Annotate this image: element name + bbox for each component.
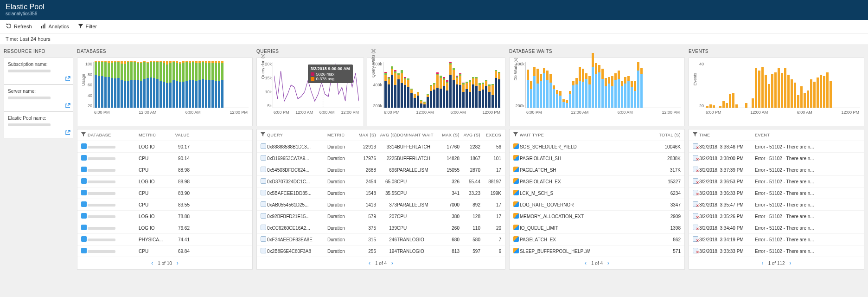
chart-bar[interactable] bbox=[394, 70, 396, 108]
time-range-bar[interactable]: Time: Last 24 hours bbox=[0, 33, 868, 45]
chart-bar[interactable] bbox=[536, 69, 539, 108]
table-row[interactable]: MEMORY_ALLOCATION_EXT 2909 bbox=[510, 211, 684, 222]
chart-bar[interactable] bbox=[575, 78, 578, 108]
table-row[interactable]: CPU 90.14 bbox=[77, 153, 252, 164]
chart-bar[interactable] bbox=[121, 61, 123, 108]
table-row[interactable]: PAGELATCH_EX 862 bbox=[510, 234, 684, 245]
chart-bar[interactable] bbox=[176, 61, 178, 108]
table-row[interactable]: 0x54503DFDC624... Duration 2688 696 PARA… bbox=[257, 164, 505, 176]
chart-bar[interactable] bbox=[114, 61, 116, 108]
chart-bar[interactable] bbox=[709, 104, 712, 108]
chart-bar[interactable] bbox=[774, 72, 777, 108]
chart-bar[interactable] bbox=[781, 73, 783, 108]
chart-bar[interactable] bbox=[218, 61, 220, 108]
chart-bar[interactable] bbox=[543, 68, 545, 108]
chart-bar[interactable] bbox=[719, 106, 721, 108]
filter-icon[interactable] bbox=[693, 132, 699, 138]
chart-bar[interactable] bbox=[160, 61, 162, 108]
table-row[interactable]: 3/2/2018, 3:34:19 PM Error - 51102 - The… bbox=[689, 234, 864, 245]
chart-bar[interactable] bbox=[427, 94, 429, 108]
table-row[interactable]: 3/2/2018, 3:37:39 PM Error - 51102 - The… bbox=[689, 164, 864, 176]
chart-bar[interactable] bbox=[729, 94, 731, 108]
chart-bar[interactable] bbox=[758, 71, 760, 108]
chart-bar[interactable] bbox=[631, 81, 633, 108]
table-row[interactable]: 3/2/2018, 3:35:47 PM Error - 51102 - The… bbox=[689, 199, 864, 211]
chart-bar[interactable] bbox=[397, 73, 400, 108]
chart-bar[interactable] bbox=[462, 83, 465, 108]
chart-bar[interactable] bbox=[566, 100, 568, 108]
chart-bar[interactable] bbox=[572, 81, 574, 108]
chart-bar[interactable] bbox=[826, 72, 829, 108]
filter-icon[interactable] bbox=[81, 132, 88, 138]
prev-page-button[interactable]: ‹ bbox=[761, 260, 763, 266]
chart-bar[interactable] bbox=[98, 61, 100, 108]
chart-bar[interactable] bbox=[621, 81, 623, 108]
chart-bar[interactable] bbox=[423, 102, 426, 108]
chart-bar[interactable] bbox=[192, 61, 194, 108]
table-row[interactable]: 0xB169953CA7A9... Duration 17976 2225 BU… bbox=[257, 153, 505, 164]
chart-bar[interactable] bbox=[794, 83, 796, 108]
table-row[interactable]: LOG IO 76.62 bbox=[77, 222, 252, 234]
chart-bar[interactable] bbox=[562, 99, 565, 108]
table-row[interactable]: 3/2/2018, 3:36:53 PM Error - 51102 - The… bbox=[689, 176, 864, 187]
chart-bar[interactable] bbox=[752, 98, 754, 108]
chart-bar[interactable] bbox=[745, 103, 747, 108]
table-row[interactable]: 0x88888588B1D13... Duration 22913 3314 B… bbox=[257, 141, 505, 153]
chart-bar[interactable] bbox=[768, 84, 770, 108]
chart-bar[interactable] bbox=[433, 83, 435, 108]
chart-bar[interactable] bbox=[588, 76, 591, 108]
chart-bar[interactable] bbox=[195, 61, 198, 108]
chart-bar[interactable] bbox=[791, 79, 793, 108]
table-row[interactable]: PAGEIOLATCH_SH 2838K bbox=[510, 153, 684, 164]
chart-bar[interactable] bbox=[601, 69, 604, 108]
open-external-icon[interactable] bbox=[64, 103, 71, 109]
table-row[interactable]: CPU 83.90 bbox=[77, 187, 252, 199]
chart-bar[interactable] bbox=[153, 61, 155, 108]
prev-page-button[interactable]: ‹ bbox=[151, 260, 153, 266]
chart-bar[interactable] bbox=[732, 93, 734, 108]
chart-bar[interactable] bbox=[634, 81, 636, 108]
table-row[interactable]: IO_QUEUE_LIMIT 1398 bbox=[510, 222, 684, 234]
chart-bar[interactable] bbox=[211, 61, 214, 108]
chart-bar[interactable] bbox=[804, 93, 806, 108]
chart-bar[interactable] bbox=[778, 68, 780, 108]
chart-bar[interactable] bbox=[817, 77, 819, 108]
chart-bar[interactable] bbox=[595, 63, 597, 108]
chart-bar[interactable] bbox=[104, 61, 107, 108]
chart-bar[interactable] bbox=[722, 101, 725, 108]
table-row[interactable]: 0xD3707324DC1C... Duration 2454 65.08 CP… bbox=[257, 176, 505, 187]
chart-bar[interactable] bbox=[807, 90, 809, 108]
chart-bar[interactable] bbox=[637, 62, 639, 108]
chart-bar[interactable] bbox=[430, 85, 432, 108]
table-row[interactable]: CPU 83.55 bbox=[77, 199, 252, 211]
chart-bar[interactable] bbox=[713, 105, 715, 108]
chart-bar[interactable] bbox=[755, 68, 757, 108]
query-waits-chart[interactable]: Query Waits (s) 500k400k200k bbox=[371, 62, 501, 122]
chart-bar[interactable] bbox=[124, 61, 126, 108]
chart-bar[interactable] bbox=[618, 71, 620, 108]
chart-bar[interactable] bbox=[401, 70, 403, 108]
chart-bar[interactable] bbox=[391, 66, 393, 108]
chart-bar[interactable] bbox=[569, 91, 571, 108]
chart-bar[interactable] bbox=[384, 72, 387, 108]
chart-bar[interactable] bbox=[556, 90, 558, 108]
chart-bar[interactable] bbox=[443, 77, 445, 108]
chart-bar[interactable] bbox=[147, 62, 149, 108]
chart-bar[interactable] bbox=[546, 71, 549, 108]
chart-bar[interactable] bbox=[221, 61, 223, 108]
query-duration-chart[interactable]: Query dur. (s) 20k15k10k5k 3/2/2018 9:00… bbox=[261, 62, 360, 122]
chart-bar[interactable] bbox=[130, 61, 133, 108]
chart-bar[interactable] bbox=[549, 74, 552, 108]
chart-bar[interactable] bbox=[417, 92, 419, 108]
chart-bar[interactable] bbox=[388, 77, 390, 108]
chart-bar[interactable] bbox=[208, 61, 211, 108]
next-page-button[interactable]: › bbox=[177, 260, 179, 266]
table-row[interactable]: PAGEIOLATCH_EX 15327 bbox=[510, 176, 684, 187]
table-row[interactable]: CPU 69.84 bbox=[77, 245, 252, 257]
chart-bar[interactable] bbox=[624, 77, 626, 108]
chart-bar[interactable] bbox=[134, 61, 136, 108]
chart-bar[interactable] bbox=[800, 86, 803, 108]
chart-bar[interactable] bbox=[420, 100, 422, 108]
chart-bar[interactable] bbox=[830, 81, 832, 108]
chart-bar[interactable] bbox=[608, 77, 610, 108]
